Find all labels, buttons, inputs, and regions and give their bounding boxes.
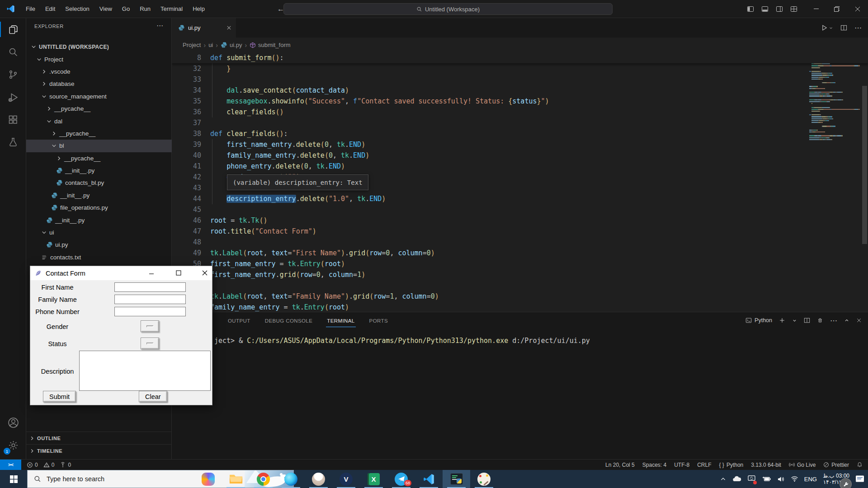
gender-dropdown[interactable] bbox=[141, 320, 159, 332]
status-spaces-4[interactable]: Spaces: 4 bbox=[642, 462, 666, 468]
contact-form-window[interactable]: Contact Form First Name Family Name Phon… bbox=[30, 266, 212, 405]
window-minimize-icon[interactable] bbox=[806, 0, 826, 18]
code-line-54[interactable]: 54family_name_entry = tk.Entry(root) bbox=[172, 302, 868, 312]
start-button[interactable] bbox=[0, 470, 27, 488]
code-line-34[interactable]: 34 dal.save_contact(contact_data) bbox=[172, 85, 868, 96]
display-sync-icon[interactable] bbox=[748, 475, 755, 483]
code-line-35[interactable]: 35 messagebox.showinfo("Success", f"Cont… bbox=[172, 96, 868, 107]
copilot-taskbar-icon[interactable] bbox=[194, 470, 222, 488]
timeline-section[interactable]: TIMELINE bbox=[26, 444, 172, 457]
status-3-13-0-64-bit[interactable]: 3.13.0 64-bit bbox=[751, 462, 781, 468]
menu-selection[interactable]: Selection bbox=[61, 4, 94, 14]
code-line-46[interactable]: 46root = tk.Tk() bbox=[172, 215, 868, 226]
status-error[interactable]: 0 bbox=[27, 462, 38, 468]
code-line-40[interactable]: 40 family_name_entry.delete(0, tk.END) bbox=[172, 150, 868, 161]
code-line-38[interactable]: 38def clear_fields(): bbox=[172, 128, 868, 139]
onedrive-icon[interactable] bbox=[732, 475, 742, 483]
window-restore-icon[interactable] bbox=[826, 0, 847, 18]
source-control-icon[interactable] bbox=[0, 63, 26, 86]
tree-item-ui[interactable]: ui bbox=[26, 226, 172, 239]
terminal-profile-item[interactable]: Python bbox=[745, 317, 772, 324]
edge-taskbar-icon[interactable] bbox=[277, 470, 305, 488]
status-ln-20-col-5[interactable]: Ln 20, Col 5 bbox=[605, 462, 635, 468]
tree-item-__pycache__[interactable]: __pycache__ bbox=[26, 103, 172, 115]
tree-item-database[interactable]: database bbox=[26, 78, 172, 90]
panel-tab-output[interactable]: OUTPUT bbox=[227, 314, 251, 327]
tk-minimize-icon[interactable] bbox=[144, 266, 159, 280]
panel-tab-terminal[interactable]: TERMINAL bbox=[326, 314, 355, 327]
menu-view[interactable]: View bbox=[95, 4, 117, 14]
run-python-file-button[interactable] bbox=[821, 24, 833, 31]
search-activity-icon[interactable] bbox=[0, 41, 26, 63]
status-python[interactable]: { }Python bbox=[719, 462, 744, 468]
menu-run[interactable]: Run bbox=[135, 4, 155, 14]
tree-item-untitled-workspace-[interactable]: UNTITLED (WORKSPACE) bbox=[26, 41, 172, 53]
tree-item-dal[interactable]: dal bbox=[26, 115, 172, 127]
terminal-command-line[interactable]: ject> & C:/Users/ASUS/AppData/Local/Prog… bbox=[214, 337, 590, 345]
status-radio-tower[interactable]: 0 bbox=[60, 462, 71, 468]
code-line-41[interactable]: 41 phone_entry.delete(0, tk.END) bbox=[172, 161, 868, 172]
speaker-icon[interactable] bbox=[777, 476, 785, 483]
chrome-taskbar-icon[interactable] bbox=[250, 470, 277, 488]
code-line-47[interactable]: 47root.title("Contact Form") bbox=[172, 226, 868, 237]
tree-item-__init__-py[interactable]: __init__.py bbox=[26, 164, 172, 177]
customize-layout-icon[interactable] bbox=[790, 5, 797, 13]
remote-indicator[interactable]: >< bbox=[0, 460, 21, 470]
code-line-44[interactable]: 44 description_entry.delete("1.0", tk.EN… bbox=[172, 193, 868, 204]
editor-scrollbar[interactable] bbox=[862, 86, 867, 244]
code-line-32[interactable]: 32 } bbox=[172, 63, 868, 74]
tree-item-__pycache__[interactable]: __pycache__ bbox=[26, 152, 172, 164]
code-line-51[interactable]: 51first_name_entry.grid(row=0, column=1) bbox=[172, 269, 868, 280]
vscode-taskbar-icon[interactable] bbox=[415, 470, 443, 488]
tree-item-file_operations-py[interactable]: file_operations.py bbox=[26, 202, 172, 214]
status-bell[interactable] bbox=[857, 462, 863, 468]
breadcrumb-project[interactable]: Project bbox=[183, 42, 201, 48]
excel-taskbar-icon[interactable]: X bbox=[360, 470, 387, 488]
family-name-entry[interactable] bbox=[114, 295, 186, 304]
tree-item-contacts-txt[interactable]: contacts.txt bbox=[26, 251, 172, 263]
battery-icon[interactable] bbox=[761, 476, 771, 482]
minimap[interactable] bbox=[809, 54, 849, 136]
split-terminal-icon[interactable] bbox=[804, 317, 810, 324]
code-line-37[interactable]: 37 bbox=[172, 117, 868, 128]
wifi-icon[interactable] bbox=[791, 476, 798, 482]
file-explorer-taskbar-icon[interactable] bbox=[222, 470, 250, 488]
status-warning[interactable]: 0 bbox=[43, 462, 55, 468]
new-terminal-icon[interactable] bbox=[779, 317, 785, 324]
tk-close-icon[interactable] bbox=[198, 266, 212, 280]
status-prettier[interactable]: Prettier bbox=[823, 462, 849, 468]
account-icon[interactable] bbox=[0, 411, 26, 434]
panel-tab-ports[interactable]: PORTS bbox=[368, 314, 389, 327]
contact-form-titlebar[interactable]: Contact Form bbox=[30, 266, 212, 280]
tk-maximize-icon[interactable] bbox=[171, 266, 186, 280]
code-line-53[interactable]: 53tk.Label(root, text="Family Name").gri… bbox=[172, 291, 868, 302]
tree-item--vscode[interactable]: .vscode bbox=[26, 66, 172, 78]
command-center[interactable]: Untitled (Workspace) bbox=[283, 3, 613, 15]
menu-edit[interactable]: Edit bbox=[41, 4, 60, 14]
kill-terminal-icon[interactable] bbox=[817, 317, 823, 324]
tree-item-__pycache__[interactable]: __pycache__ bbox=[26, 127, 172, 140]
breadcrumb-ui[interactable]: ui bbox=[208, 42, 213, 48]
paint-taskbar-icon[interactable] bbox=[470, 470, 498, 488]
breadcrumb-submit_form[interactable]: submit_form bbox=[250, 42, 291, 48]
status-go-live[interactable]: Go Live bbox=[789, 462, 816, 468]
tree-item-__init__-py[interactable]: __init__.py bbox=[26, 189, 172, 202]
panel-tab-debug-console[interactable]: DEBUG CONSOLE bbox=[264, 314, 314, 327]
editor-more-actions-icon[interactable]: ⋯ bbox=[854, 23, 862, 32]
notification-center-icon[interactable] bbox=[855, 475, 864, 483]
sticky-scroll-line[interactable]: 8def submit_form(): bbox=[172, 52, 868, 63]
code-line-36[interactable]: 36 clear_fields() bbox=[172, 107, 868, 117]
window-close-icon[interactable] bbox=[847, 0, 868, 18]
description-text-area[interactable] bbox=[79, 351, 211, 391]
breadcrumb-ui-py[interactable]: ui.py bbox=[221, 42, 242, 48]
toggle-secondary-sidebar-icon[interactable] bbox=[776, 5, 783, 13]
tree-item-contacts_bl-py[interactable]: contacts_bl.py bbox=[26, 177, 172, 189]
status-crlf[interactable]: CRLF bbox=[697, 462, 711, 468]
settings-gear-icon[interactable]: 1 bbox=[0, 434, 26, 456]
code-line-49[interactable]: 49tk.Label(root, text="First Name").grid… bbox=[172, 248, 868, 258]
explorer-activity-icon[interactable] bbox=[0, 18, 26, 41]
clear-button[interactable]: Clear bbox=[139, 391, 167, 402]
tree-item-ui-py[interactable]: ui.py bbox=[26, 239, 172, 251]
tree-item-bl[interactable]: bl bbox=[26, 140, 172, 152]
python-taskbar-icon[interactable] bbox=[443, 470, 470, 488]
